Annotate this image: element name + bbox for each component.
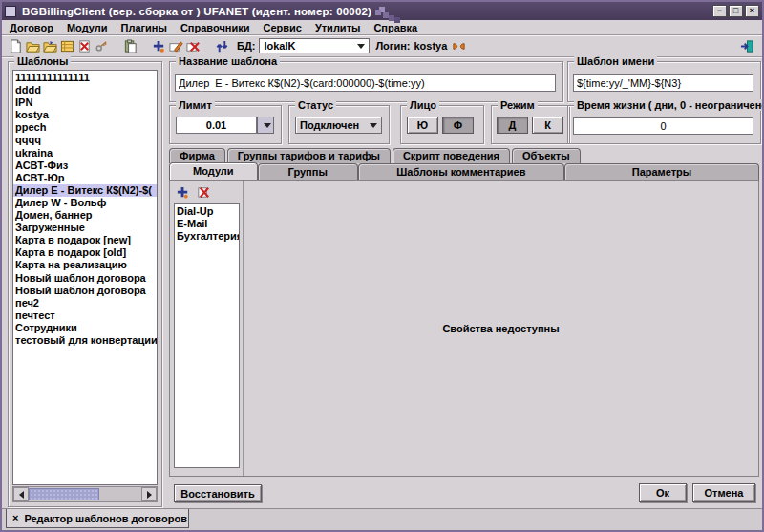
templates-group: Шаблоны 11111111111111ddddIPNkostyappech…: [8, 61, 162, 507]
table-icon[interactable]: [59, 38, 75, 54]
template-list-item[interactable]: dddd: [13, 84, 157, 96]
menu-item[interactable]: Сервис: [263, 22, 301, 33]
template-list-item[interactable]: печтест: [13, 309, 157, 322]
mode-label: Режим: [498, 99, 538, 111]
close-button[interactable]: ×: [745, 5, 759, 17]
mode-toggle-button[interactable]: Д: [497, 117, 528, 134]
titlebar-texture: [375, 10, 381, 15]
outer-tabs: ФирмаГруппы тарифов и тарифыСкрипт повед…: [169, 147, 583, 163]
add-module-icon[interactable]: [175, 184, 190, 200]
remove-module-icon[interactable]: [196, 184, 211, 200]
menu-item[interactable]: Справка: [373, 22, 417, 33]
edit-user-icon[interactable]: [168, 38, 184, 54]
outer-tab[interactable]: Фирма: [169, 148, 225, 163]
template-list-item[interactable]: Карта в подарок [old]: [13, 246, 157, 259]
menu-item[interactable]: Договор: [10, 22, 53, 33]
delete-user-icon[interactable]: [185, 38, 202, 54]
lifetime-input[interactable]: [573, 117, 753, 135]
template-list-item[interactable]: печ2: [13, 297, 157, 309]
chevron-down-icon: [370, 123, 377, 128]
open-folder-icon[interactable]: [25, 38, 41, 54]
module-list-item[interactable]: E-Mail: [175, 218, 239, 230]
maximize-button[interactable]: □: [729, 5, 743, 17]
modules-tab-panel: Dial-UpE-MailБухгалтерия Свойства недост…: [169, 180, 759, 477]
outer-tab[interactable]: Группы тарифов и тарифы: [227, 148, 391, 163]
limit-dropdown-button[interactable]: [257, 117, 274, 134]
templates-horizontal-scrollbar[interactable]: [12, 486, 158, 502]
template-list-item[interactable]: Загруженные: [13, 222, 157, 234]
template-list-item[interactable]: Новый шаблон договора: [13, 285, 157, 297]
template-list-item[interactable]: АСВТ-Физ: [13, 160, 157, 172]
template-list-item[interactable]: qqqq: [13, 134, 157, 146]
mode-group: Режим ДК: [491, 105, 570, 144]
template-list-item[interactable]: kostya: [13, 109, 157, 121]
template-list-item[interactable]: Сотрудники: [13, 322, 157, 334]
template-list-item[interactable]: Домен, баннер: [13, 209, 157, 222]
title-bar[interactable]: BGBillingClient (вер. сборка от ) UFANET…: [2, 2, 762, 20]
mode-toggle-button[interactable]: К: [532, 117, 563, 134]
person-toggle-button[interactable]: Ф: [442, 117, 474, 134]
template-list-item[interactable]: Дилер W - Вольф: [13, 197, 157, 209]
template-list-item[interactable]: IPN: [13, 96, 157, 109]
module-list-item[interactable]: Dial-Up: [175, 205, 239, 218]
menu-item[interactable]: Модули: [67, 22, 108, 33]
template-list-item[interactable]: АСВТ-Юр: [13, 172, 157, 184]
module-list-item[interactable]: Бухгалтерия: [175, 230, 239, 243]
outer-tab[interactable]: Объекты: [512, 148, 581, 163]
template-list-item[interactable]: Новый шаблон договора: [13, 272, 157, 285]
templates-group-title: Шаблоны: [14, 55, 71, 67]
cancel-button[interactable]: Отмена: [692, 483, 755, 502]
inner-tab[interactable]: Шаблоны комментариев: [358, 163, 564, 180]
person-group: Лицо ЮФ: [400, 105, 484, 144]
template-list-item[interactable]: Карта в подарок [new]: [13, 234, 157, 246]
login-label: Логин:: [375, 40, 410, 52]
scrollbar-thumb[interactable]: [29, 488, 99, 500]
template-list-item[interactable]: Дилер Е - Витекс К$(N2)-$(: [13, 184, 157, 197]
refresh-icon[interactable]: [214, 38, 230, 54]
bottom-tab-bar: × Редактор шаблонов договоров: [2, 508, 762, 530]
menu-bar: ДоговорМодулиПлагиныСправочникиСервисУти…: [2, 20, 762, 35]
template-list-item[interactable]: ppech: [13, 121, 157, 134]
inner-tab[interactable]: Группы: [258, 163, 358, 180]
name-template-input[interactable]: [573, 74, 753, 92]
add-user-icon[interactable]: [151, 38, 167, 54]
exit-icon[interactable]: [739, 38, 755, 54]
inner-tab[interactable]: Модули: [169, 162, 258, 180]
person-toggle-button[interactable]: Ю: [407, 117, 438, 134]
limit-combo[interactable]: [176, 117, 274, 134]
open-folder-alt-icon[interactable]: [42, 38, 58, 54]
outer-tab[interactable]: Скрипт поведения: [393, 148, 510, 163]
template-list-item[interactable]: ukraina: [13, 147, 157, 160]
close-tab-icon[interactable]: ×: [12, 513, 18, 523]
status-combo[interactable]: Подключен: [295, 117, 382, 134]
restore-button[interactable]: Восстановить: [174, 484, 262, 502]
db-combo-value: lokalK: [264, 40, 295, 52]
chevron-down-icon: [357, 44, 365, 49]
template-name-input[interactable]: [175, 74, 556, 92]
template-list-item[interactable]: 11111111111111: [13, 72, 157, 84]
menu-item[interactable]: Плагины: [120, 22, 166, 33]
scroll-left-button[interactable]: [13, 487, 29, 501]
menu-item[interactable]: Справочники: [180, 22, 250, 33]
delete-document-icon[interactable]: [76, 38, 93, 54]
properties-message: Свойства недоступны: [442, 323, 559, 334]
limit-input[interactable]: [176, 117, 257, 134]
scroll-right-button[interactable]: [141, 487, 157, 501]
modules-toolbar: [175, 184, 211, 200]
editor-tab-label: Редактор шаблонов договоров: [24, 513, 186, 524]
new-document-icon[interactable]: [8, 38, 24, 54]
paste-icon[interactable]: [122, 38, 138, 54]
key-icon[interactable]: [94, 38, 110, 54]
menu-item[interactable]: Утилиты: [315, 22, 361, 33]
name-template-label: Шаблон имени: [574, 55, 657, 67]
editor-tab[interactable]: × Редактор шаблонов договоров: [6, 509, 189, 528]
template-list-item[interactable]: тестовый для конвертации: [13, 334, 157, 347]
inner-tab[interactable]: Параметры: [564, 163, 759, 180]
minimize-button[interactable]: −: [712, 5, 727, 17]
limit-group: Лимит: [169, 105, 282, 144]
window-icon: [5, 6, 16, 17]
db-combo[interactable]: lokalK: [259, 38, 370, 53]
template-list-item[interactable]: Карта на реализацию: [13, 259, 157, 271]
limit-label: Лимит: [176, 99, 215, 111]
ok-button[interactable]: Ок: [639, 483, 687, 502]
